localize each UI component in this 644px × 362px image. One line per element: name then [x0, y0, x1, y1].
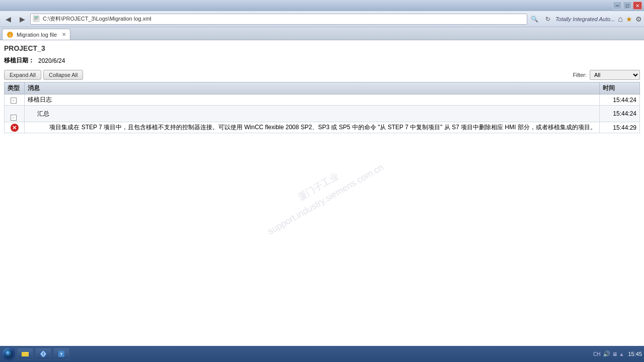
active-tab[interactable]: i Migration log file ✕: [2, 29, 70, 40]
toolbar-right-text: Totally Integrated Auto...: [555, 16, 615, 22]
system-tray: CH 🔊 🖥 ▲: [591, 350, 626, 357]
col-header-time: 时间: [600, 82, 640, 95]
row1-expand-icon[interactable]: -: [11, 98, 17, 104]
col-header-message: 消息: [25, 82, 600, 95]
tab-close-button[interactable]: ✕: [62, 32, 66, 37]
tab-label: Migration log file: [17, 32, 57, 38]
log-toolbar-left: Expand All Collapse All: [4, 70, 83, 80]
watermark-line1: 厦门子工业: [258, 148, 379, 226]
taskbar-app-button[interactable]: T: [53, 348, 69, 360]
table-row: ✕ 项目集成在 STEP 7 项目中，且包含移植不支持的控制器连接。可以使用 W…: [5, 122, 640, 133]
title-bar: ─ □ ✕: [0, 0, 644, 11]
svg-text:i: i: [10, 33, 11, 38]
back-button[interactable]: ◀: [2, 13, 14, 25]
row1-message-cell: 移植日志: [25, 95, 600, 106]
maximize-button[interactable]: □: [623, 2, 632, 10]
collapse-all-button[interactable]: Collapse All: [43, 70, 83, 80]
row3-message-text: 项目集成在 STEP 7 项目中，且包含移植不支持的控制器连接。可以使用 Win…: [49, 124, 596, 131]
address-icon: [33, 15, 41, 23]
expand-all-button[interactable]: Expand All: [4, 70, 41, 80]
svg-rect-3: [34, 19, 37, 20]
page-content: 厦门子工业 support.industry.siemens.com.cn PR…: [0, 40, 644, 346]
search-button[interactable]: 🔍: [529, 14, 540, 25]
table-header-row: 类型 消息 时间: [5, 82, 640, 95]
title-bar-controls: ─ □ ✕: [613, 2, 642, 10]
log-toolbar-right: Filter: All Error Warning Info: [573, 70, 640, 80]
row3-type-cell: ✕: [5, 122, 25, 133]
tray-language-icon: CH: [593, 351, 600, 357]
svg-text:T: T: [60, 352, 63, 356]
watermark-line2: support.industry.siemens.com.cn: [265, 160, 386, 239]
page-title: PROJECT_3: [4, 44, 640, 52]
row1-type-cell: -: [5, 95, 25, 106]
svg-rect-2: [34, 18, 38, 19]
browser-toolbar: ◀ ▶ 🔍 ↻ Totally Integrated Auto... ⌂ ★ ⚙: [0, 11, 644, 27]
row2-message-cell: 汇总: [25, 106, 600, 122]
address-bar: [30, 14, 527, 25]
svg-rect-1: [34, 17, 38, 18]
watermark: 厦门子工业 support.industry.siemens.com.cn: [258, 148, 386, 239]
row2-time-cell: 15:44:24: [600, 106, 640, 122]
toolbar-right: Totally Integrated Auto... ⌂ ★ ⚙: [555, 15, 642, 24]
table-row: - 汇总 15:44:24: [5, 106, 640, 122]
taskbar-clock: 15:45: [628, 351, 642, 357]
home-icon[interactable]: ⌂: [618, 15, 623, 24]
close-button[interactable]: ✕: [633, 2, 642, 10]
log-toolbar: Expand All Collapse All Filter: All Erro…: [4, 70, 640, 80]
table-row: - 移植日志 15:44:24: [5, 95, 640, 106]
tab-bar: i Migration log file ✕: [0, 27, 644, 40]
forward-button[interactable]: ▶: [16, 13, 28, 25]
address-input[interactable]: [43, 16, 525, 22]
row2-message-text: 汇总: [37, 110, 49, 117]
migration-date-value: 2020/6/24: [38, 57, 65, 64]
filter-select[interactable]: All Error Warning Info: [590, 70, 640, 80]
log-table: 类型 消息 时间 - 移植日志 15:44:24: [4, 82, 640, 133]
taskbar-right: CH 🔊 🖥 ▲ 15:45: [591, 350, 642, 357]
filter-label: Filter:: [573, 72, 587, 78]
error-icon: ✕: [11, 124, 19, 132]
col-header-type: 类型: [5, 82, 25, 95]
taskbar-folder-button[interactable]: [17, 348, 33, 360]
refresh-button[interactable]: ↻: [542, 14, 553, 25]
favorites-icon[interactable]: ★: [626, 15, 632, 23]
minimize-button[interactable]: ─: [613, 2, 622, 10]
taskbar: T CH 🔊 🖥 ▲ 15:45: [0, 346, 644, 362]
migration-date: 移植日期： 2020/6/24: [4, 56, 640, 65]
settings-icon[interactable]: ⚙: [635, 15, 642, 23]
start-button[interactable]: [2, 347, 15, 360]
row2-expand-icon[interactable]: -: [11, 115, 17, 121]
row3-time-cell: 15:44:29: [600, 122, 640, 133]
row1-message-text: 移植日志: [28, 96, 52, 103]
taskbar-ie-button[interactable]: [35, 348, 51, 360]
tray-network-icon[interactable]: 🖥: [612, 351, 617, 357]
row1-time-cell: 15:44:24: [600, 95, 640, 106]
tray-up-arrow[interactable]: ▲: [619, 351, 624, 357]
tray-volume-icon[interactable]: 🔊: [603, 350, 610, 357]
row2-type-cell: -: [5, 106, 25, 122]
migration-date-label: 移植日期：: [4, 56, 34, 65]
window: ─ □ ✕ ◀ ▶ 🔍 ↻ Totally Integrated Auto...…: [0, 0, 644, 362]
tab-favicon: i: [7, 31, 14, 38]
row3-message-cell: 项目集成在 STEP 7 项目中，且包含移植不支持的控制器连接。可以使用 Win…: [25, 122, 600, 133]
